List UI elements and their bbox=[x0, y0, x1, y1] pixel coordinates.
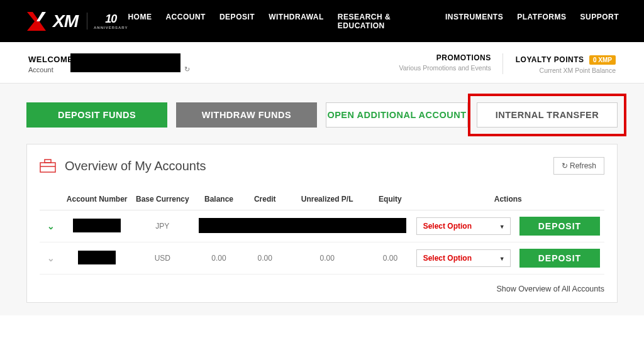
redacted-account-number bbox=[78, 251, 116, 264]
refresh-icon[interactable]: ↻ bbox=[184, 65, 190, 73]
accounts-table: Account Number Base Currency Balance Cre… bbox=[40, 188, 604, 275]
account-prefix: Account bbox=[28, 66, 53, 73]
nav-research[interactable]: RESEARCH & EDUCATION bbox=[338, 13, 431, 30]
promotions-title: PROMOTIONS bbox=[399, 53, 491, 62]
deposit-funds-button[interactable]: DEPOSIT FUNDS bbox=[26, 102, 167, 128]
cell-currency: JPY bbox=[131, 210, 193, 242]
content-area: DEPOSIT FUNDS WITHDRAW FUNDS OPEN ADDITI… bbox=[0, 84, 644, 315]
col-balance: Balance bbox=[193, 188, 244, 210]
promotions-block[interactable]: PROMOTIONS Various Promotions and Events bbox=[399, 53, 502, 74]
main-nav: HOME ACCOUNT DEPOSIT WITHDRAWAL RESEARCH… bbox=[128, 13, 619, 30]
nav-instruments[interactable]: INSTRUMENTS bbox=[445, 13, 503, 30]
col-base-currency: Base Currency bbox=[131, 188, 193, 210]
accounts-panel: Overview of My Accounts Refresh Account … bbox=[26, 144, 618, 303]
loyalty-block[interactable]: LOYALTY POINTS 0 XMP Current XM Point Ba… bbox=[516, 53, 616, 74]
svg-rect-1 bbox=[45, 160, 51, 163]
logo-icon bbox=[25, 10, 48, 33]
open-additional-account-button[interactable]: OPEN ADDITIONAL ACCOUNT bbox=[326, 102, 468, 128]
table-row: ⌄ JPY Select Option DEPOSIT bbox=[40, 210, 604, 242]
row-deposit-button[interactable]: DEPOSIT bbox=[519, 217, 600, 236]
nav-deposit[interactable]: DEPOSIT bbox=[219, 13, 255, 30]
internal-transfer-button[interactable]: INTERNAL TRANSFER bbox=[477, 102, 618, 128]
top-navbar: XM 10 ANNIVERSARY HOME ACCOUNT DEPOSIT W… bbox=[0, 0, 644, 42]
nav-account[interactable]: ACCOUNT bbox=[165, 13, 206, 30]
expand-toggle[interactable]: ⌄ bbox=[47, 221, 55, 231]
redacted-values bbox=[199, 218, 406, 233]
withdraw-funds-button[interactable]: WITHDRAW FUNDS bbox=[176, 102, 317, 128]
redacted-user-info bbox=[70, 53, 180, 72]
logo-text: XM bbox=[53, 11, 78, 31]
xmp-badge: 0 XMP bbox=[589, 55, 616, 65]
svg-rect-0 bbox=[40, 163, 55, 172]
panel-title: Overview of My Accounts bbox=[65, 159, 206, 173]
col-account-number: Account Number bbox=[62, 188, 131, 210]
internal-transfer-highlight: INTERNAL TRANSFER bbox=[468, 94, 626, 136]
cell-credit: 0.00 bbox=[245, 242, 286, 275]
logo[interactable]: XM 10 ANNIVERSARY bbox=[25, 10, 128, 33]
sub-header: WELCOME Account ↻ PROMOTIONS Various Pro… bbox=[0, 42, 644, 84]
nav-support[interactable]: SUPPORT bbox=[580, 13, 619, 30]
welcome-label: WELCOME bbox=[28, 55, 73, 64]
cell-equity: 0.00 bbox=[369, 242, 411, 275]
col-upl: Unrealized P/L bbox=[286, 188, 369, 210]
nav-home[interactable]: HOME bbox=[128, 13, 152, 30]
col-equity: Equity bbox=[369, 188, 411, 210]
table-row: ⌄ USD 0.00 0.00 0.00 0.00 Select Option … bbox=[40, 242, 604, 275]
expand-toggle[interactable]: ⌄ bbox=[47, 253, 55, 263]
nav-platforms[interactable]: PLATFORMS bbox=[517, 13, 566, 30]
cell-upl: 0.00 bbox=[286, 242, 369, 275]
nav-withdrawal[interactable]: WITHDRAWAL bbox=[269, 13, 324, 30]
briefcase-icon bbox=[40, 159, 56, 173]
col-credit: Credit bbox=[245, 188, 286, 210]
cell-balance: 0.00 bbox=[193, 242, 244, 275]
refresh-button[interactable]: Refresh bbox=[553, 157, 604, 175]
redacted-account-number bbox=[73, 219, 121, 232]
loyalty-subtitle: Current XM Point Balance bbox=[516, 67, 616, 74]
promotions-subtitle: Various Promotions and Events bbox=[399, 64, 491, 72]
cell-currency: USD bbox=[131, 242, 193, 275]
actions-select[interactable]: Select Option bbox=[416, 249, 511, 267]
loyalty-title: LOYALTY POINTS bbox=[516, 55, 584, 64]
show-all-accounts-link[interactable]: Show Overview of All Accounts bbox=[40, 285, 604, 293]
actions-select[interactable]: Select Option bbox=[416, 217, 511, 235]
col-actions: Actions bbox=[411, 188, 604, 210]
anniversary-badge: 10 ANNIVERSARY bbox=[87, 13, 128, 30]
primary-actions-row: DEPOSIT FUNDS WITHDRAW FUNDS OPEN ADDITI… bbox=[26, 102, 618, 128]
row-deposit-button[interactable]: DEPOSIT bbox=[519, 249, 600, 268]
welcome-block: WELCOME Account ↻ bbox=[28, 53, 190, 73]
